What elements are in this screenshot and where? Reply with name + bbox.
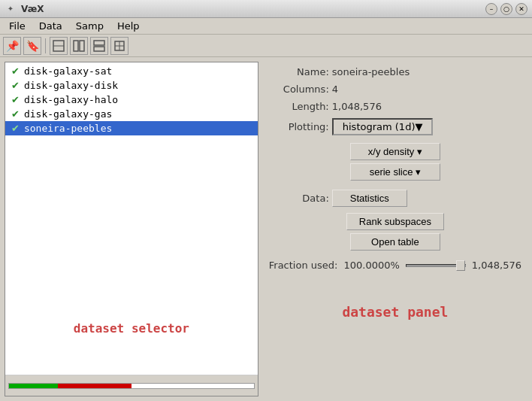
menu-file[interactable]: File <box>3 19 32 33</box>
columns-row: Columns: 4 <box>269 84 521 95</box>
plotting-label: Plotting: <box>269 121 329 132</box>
button-group: x/y density ▾ serie slice ▾ <box>269 143 521 181</box>
minimize-button[interactable]: – <box>485 3 497 15</box>
close-button[interactable]: ✕ <box>515 3 527 15</box>
app-title: VæX <box>21 4 481 14</box>
columns-label: Columns: <box>269 84 329 95</box>
left-panel: ✔ disk-galaxy-sat ✔ disk-galaxy-disk ✔ d… <box>5 62 258 396</box>
xy-density-button[interactable]: x/y density ▾ <box>350 143 440 160</box>
rank-subspaces-button[interactable]: Rank subspaces <box>346 213 444 230</box>
toolbar-btn-5[interactable] <box>90 37 108 55</box>
name-label: Name: <box>269 66 329 77</box>
dataset-panel-watermark: dataset panel <box>269 304 521 320</box>
dataset-name: soneira-peebles <box>24 123 112 134</box>
app-icon: ✦ <box>5 3 17 15</box>
menu-help[interactable]: Help <box>111 19 146 33</box>
svg-rect-5 <box>94 47 104 51</box>
toolbar-btn-4[interactable] <box>70 37 88 55</box>
main-content: ✔ disk-galaxy-sat ✔ disk-galaxy-disk ✔ d… <box>0 57 532 401</box>
data-row: Data: Statistics <box>269 190 521 207</box>
list-item[interactable]: ✔ disk-galaxy-halo <box>5 93 258 107</box>
svg-rect-2 <box>74 41 78 51</box>
toolbar-add-button[interactable]: 🔖 <box>23 37 41 55</box>
list-item[interactable]: ✔ disk-galaxy-disk <box>5 78 258 93</box>
fraction-count: 1,048,576 <box>472 260 521 271</box>
svg-rect-3 <box>80 41 84 51</box>
titlebar: ✦ VæX – ○ ✕ <box>0 0 532 18</box>
maximize-button[interactable]: ○ <box>500 3 512 15</box>
fraction-value: 100.0000% <box>343 260 399 271</box>
fraction-slider[interactable] <box>406 264 466 267</box>
plotting-value: histogram (1d) <box>343 121 416 132</box>
toolbar-separator-1 <box>45 38 46 53</box>
dataset-name: disk-galaxy-sat <box>24 65 112 77</box>
window-controls: – ○ ✕ <box>485 3 527 15</box>
length-label: Length: <box>269 101 329 112</box>
list-item-selected[interactable]: ✔ soneira-peebles <box>5 121 258 135</box>
menu-samp[interactable]: Samp <box>70 19 110 33</box>
data-label: Data: <box>269 193 329 204</box>
left-panel-bottom <box>5 375 258 396</box>
progress-bar-red <box>58 384 131 388</box>
list-item[interactable]: ✔ disk-galaxy-sat <box>5 64 258 78</box>
plotting-dropdown-button[interactable]: histogram (1d) ▼ <box>332 118 434 135</box>
columns-value: 4 <box>332 84 338 95</box>
statistics-button[interactable]: Statistics <box>332 190 407 207</box>
check-icon: ✔ <box>11 65 20 77</box>
toolbar: 📌 🔖 <box>0 35 532 57</box>
length-value: 1,048,576 <box>332 101 382 112</box>
dataset-name: disk-galaxy-gas <box>24 108 112 120</box>
menu-data[interactable]: Data <box>33 19 68 33</box>
progress-bar-green <box>9 384 58 388</box>
open-table-button[interactable]: Open table <box>350 233 440 251</box>
name-row: Name: soneira-peebles <box>269 66 521 77</box>
plotting-row: Plotting: histogram (1d) ▼ <box>269 118 521 135</box>
slider-thumb[interactable] <box>456 260 465 271</box>
toolbar-btn-6[interactable] <box>110 37 128 55</box>
list-item[interactable]: ✔ disk-galaxy-gas <box>5 107 258 121</box>
check-icon: ✔ <box>11 80 20 91</box>
fraction-row: Fraction used: 100.0000% 1,048,576 <box>269 260 521 271</box>
length-row: Length: 1,048,576 <box>269 101 521 112</box>
check-icon: ✔ <box>11 108 20 120</box>
check-icon: ✔ <box>11 94 20 105</box>
serie-slice-button[interactable]: serie slice ▾ <box>350 163 440 181</box>
more-button-group: Rank subspaces Open table <box>269 213 521 251</box>
fraction-label: Fraction used: <box>269 260 338 271</box>
dataset-name: disk-galaxy-halo <box>24 94 118 105</box>
check-icon: ✔ <box>11 123 20 134</box>
dataset-name: disk-galaxy-disk <box>24 80 118 91</box>
right-panel: Name: soneira-peebles Columns: 4 Length:… <box>263 62 527 396</box>
plotting-dropdown-arrow: ▼ <box>415 121 422 132</box>
dataset-selector-watermark: dataset selector <box>74 321 189 336</box>
svg-rect-4 <box>94 41 104 45</box>
name-value: soneira-peebles <box>332 66 410 77</box>
toolbar-pin-button[interactable]: 📌 <box>3 37 21 55</box>
menubar: File Data Samp Help <box>0 18 532 35</box>
toolbar-btn-3[interactable] <box>50 37 68 55</box>
progress-bar <box>8 383 255 389</box>
